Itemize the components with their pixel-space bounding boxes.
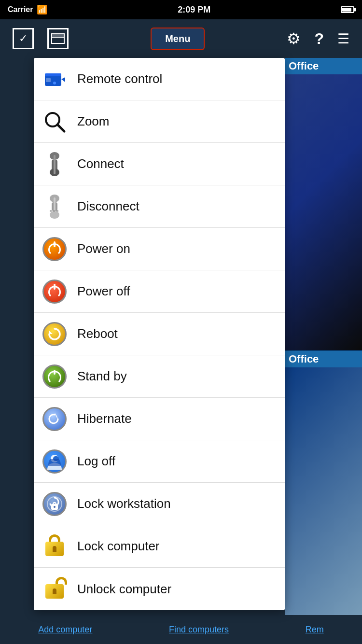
help-icon: ? [314, 30, 324, 48]
panel-label-1: Office [285, 58, 362, 74]
svg-rect-3 [46, 78, 51, 82]
dropdown-menu: Remote control Zoom Connect [34, 58, 285, 610]
menu-label-log-off: Log off [77, 454, 115, 469]
menu-label-power-on: Power on [77, 241, 130, 256]
svg-marker-2 [61, 77, 65, 82]
menu-item-hibernate[interactable]: Hibernate [34, 398, 285, 440]
menu-label-reboot: Reboot [77, 326, 118, 341]
panel-card-2[interactable]: Office [285, 351, 362, 644]
svg-rect-1 [45, 73, 61, 76]
check-button[interactable]: ✓ [6, 23, 41, 54]
panel-card-1[interactable]: Office [285, 58, 362, 351]
window-button[interactable] [41, 23, 75, 54]
carrier-label: Carrier [8, 5, 33, 14]
disconnect-icon [42, 194, 68, 220]
list-button[interactable]: ☰ [331, 26, 356, 52]
menu-item-unlock-computer[interactable]: Unlock computer [34, 568, 285, 610]
menu-label-power-off: Power off [77, 284, 130, 299]
svg-line-6 [57, 125, 64, 131]
rem-button[interactable]: Rem [306, 625, 324, 635]
svg-rect-14 [54, 197, 56, 211]
menu-item-stand-by[interactable]: Stand by [34, 355, 285, 398]
wifi-icon: 📶 [37, 4, 47, 15]
svg-rect-10 [54, 155, 56, 174]
hibernate-icon [42, 406, 68, 432]
power-on-icon [42, 236, 68, 262]
logoff-icon [42, 448, 68, 475]
menu-item-reboot[interactable]: Reboot [34, 313, 285, 355]
menu-label-hibernate: Hibernate [77, 411, 132, 426]
menu-item-lock-workstation[interactable]: Lock workstation [34, 483, 285, 525]
panel-label-2: Office [285, 351, 362, 367]
svg-point-4 [53, 82, 56, 84]
remote-control-icon [42, 66, 68, 92]
menu-item-disconnect[interactable]: Disconnect [34, 185, 285, 228]
panel-screen-2 [285, 366, 362, 643]
menu-label-zoom: Zoom [77, 114, 109, 129]
help-button[interactable]: ? [307, 25, 331, 53]
standby-icon [42, 364, 68, 390]
bottom-toolbar: Add computer Find computers Rem [0, 615, 362, 644]
toolbar: ✓ Menu ⚙ ? ☰ [0, 19, 362, 58]
unlock-computer-icon [42, 576, 68, 602]
status-left: Carrier 📶 [8, 4, 47, 15]
menu-label-disconnect: Disconnect [77, 199, 139, 214]
status-time: 2:09 PM [178, 5, 210, 15]
panel-screen-1 [285, 73, 362, 350]
menu-label-remote-control: Remote control [77, 71, 162, 86]
menu-item-power-off[interactable]: Power off [34, 270, 285, 313]
find-computers-button[interactable]: Find computers [169, 625, 229, 635]
menu-label-stand-by: Stand by [77, 369, 127, 384]
right-panels: Office Office [285, 58, 362, 644]
menu-button[interactable]: Menu [151, 28, 205, 50]
battery-icon [341, 6, 354, 13]
menu-item-log-off[interactable]: Log off [34, 440, 285, 483]
svg-point-13 [50, 211, 59, 219]
connect-icon [42, 151, 68, 177]
menu-item-power-on[interactable]: Power on [34, 228, 285, 270]
menu-item-lock-computer[interactable]: Lock computer [34, 525, 285, 568]
window-icon [47, 28, 69, 49]
svg-point-22 [54, 506, 56, 508]
power-off-icon [42, 279, 68, 305]
menu-label-unlock-computer: Unlock computer [77, 582, 171, 597]
status-right [341, 6, 354, 13]
menu-label-lock-workstation: Lock workstation [77, 496, 171, 511]
menu-item-zoom[interactable]: Zoom [34, 100, 285, 143]
settings-button[interactable]: ⚙ [280, 25, 307, 53]
menu-label-connect: Connect [77, 156, 124, 171]
add-computer-button[interactable]: Add computer [38, 625, 92, 635]
status-bar: Carrier 📶 2:09 PM [0, 0, 362, 19]
lockws-icon [42, 491, 68, 517]
settings-icon: ⚙ [287, 29, 301, 48]
menu-label-lock-computer: Lock computer [77, 539, 160, 554]
menu-label: Menu [165, 33, 190, 44]
menu-item-remote-control[interactable]: Remote control [34, 58, 285, 100]
svg-marker-16 [49, 331, 53, 334]
reboot-icon [42, 321, 68, 347]
check-icon: ✓ [13, 28, 34, 49]
menu-item-connect[interactable]: Connect [34, 143, 285, 185]
list-icon: ☰ [337, 31, 349, 47]
zoom-icon [42, 109, 68, 135]
lock-computer-icon [42, 533, 68, 560]
